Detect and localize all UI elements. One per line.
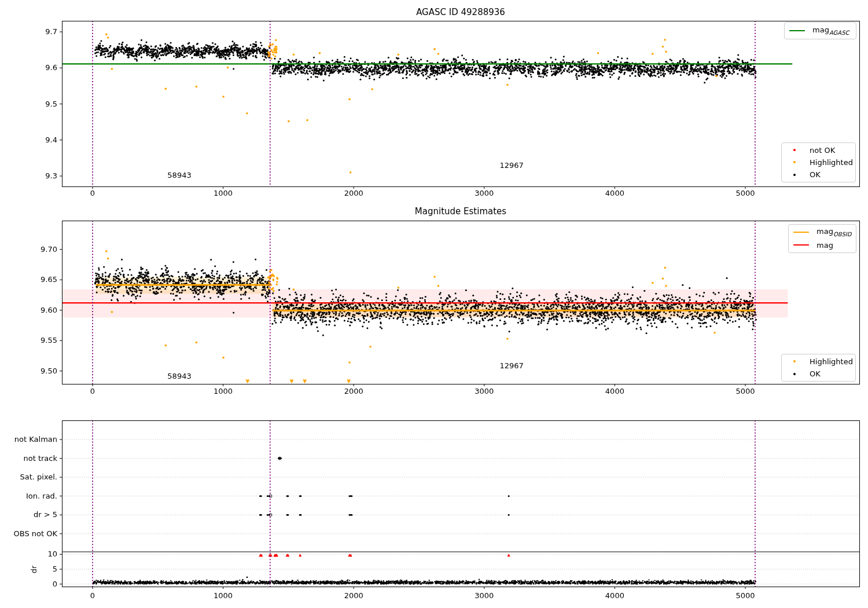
y-tick-label: 9.3 xyxy=(20,171,57,180)
top-plot-title: AGASC ID 49288936 xyxy=(416,7,505,17)
dr-axis-label: dr xyxy=(30,566,38,574)
legend-label-not-ok: not OK xyxy=(810,146,835,155)
legend-label-mag-obsid: magOBSID xyxy=(816,227,851,237)
legend-row-highlighted-2: Highlighted xyxy=(786,356,851,367)
legend-row-mag: mag xyxy=(793,240,851,251)
red-dot-swatch xyxy=(786,149,802,151)
legend-row-mag-obsid: magOBSID xyxy=(793,226,851,238)
black-dot-swatch xyxy=(786,373,802,375)
x-tick-label: 2000 xyxy=(344,591,363,600)
x-tick-label: 2000 xyxy=(344,189,363,197)
legend-label-highlighted: Highlighted xyxy=(810,158,853,167)
x-tick-label: 0 xyxy=(90,387,95,395)
y-tick-label: 9.70 xyxy=(20,245,57,254)
x-tick-label: 3000 xyxy=(475,189,494,197)
y-tick-label: 9.6 xyxy=(20,63,57,72)
obsid-annotation: 58943 xyxy=(167,372,191,380)
legend-row-not-ok: not OK xyxy=(786,145,851,155)
dr-tick-label: 0 xyxy=(20,580,57,588)
legend-label-highlighted-2: Highlighted xyxy=(810,357,853,366)
x-tick-label: 3000 xyxy=(475,387,494,395)
x-tick-label: 1000 xyxy=(214,189,233,197)
flag-category-label: not Kalman xyxy=(0,435,57,444)
green-line-swatch xyxy=(789,30,805,31)
x-tick-label: 2000 xyxy=(344,387,363,395)
x-tick-label: 4000 xyxy=(605,189,624,197)
legend-status-top: not OK Highlighted OK xyxy=(781,142,856,182)
dr-tick-label: 5 xyxy=(20,565,57,573)
obsid-annotation: 12967 xyxy=(499,361,523,370)
x-tick-label: 5000 xyxy=(735,387,755,395)
orange-line-swatch xyxy=(793,232,809,233)
orange-dot-swatch xyxy=(786,360,802,362)
legend-label-ok: OK xyxy=(810,170,821,179)
dr-tick-label: 10 xyxy=(20,550,57,558)
y-tick-label: 9.55 xyxy=(20,336,57,345)
flag-category-label: dr > 5 xyxy=(0,510,57,519)
legend-row-ok-2: OK xyxy=(786,369,851,380)
x-tick-label: 5000 xyxy=(735,189,755,197)
x-tick-label: 1000 xyxy=(214,591,233,600)
y-tick-label: 9.60 xyxy=(20,306,57,314)
x-tick-label: 5000 xyxy=(735,591,755,600)
legend-row-ok: OK xyxy=(786,170,851,180)
x-tick-label: 0 xyxy=(90,189,95,197)
x-tick-label: 1000 xyxy=(214,387,233,395)
flag-category-label: not track xyxy=(0,454,57,463)
figure: AGASC ID 49288936 Magnitude Estimates ma… xyxy=(0,0,868,608)
x-tick-label: 4000 xyxy=(605,591,624,600)
flag-category-label: OBS not OK xyxy=(0,529,57,538)
y-tick-label: 9.5 xyxy=(20,100,57,108)
y-tick-label: 9.7 xyxy=(20,27,57,36)
orange-dot-swatch xyxy=(786,161,802,163)
red-line-swatch xyxy=(793,244,809,246)
legend-label-ok-2: OK xyxy=(810,369,821,378)
legend-mag-agasc: magAGASC xyxy=(784,22,856,39)
obsid-annotation: 12967 xyxy=(499,161,523,170)
black-dot-swatch xyxy=(786,174,802,176)
y-tick-label: 9.50 xyxy=(20,367,57,375)
plot-canvas xyxy=(0,0,868,608)
x-tick-label: 3000 xyxy=(475,591,494,600)
legend-status-middle: Highlighted OK xyxy=(781,354,856,382)
legend-label-mag-agasc: magAGASC xyxy=(812,25,849,36)
y-tick-label: 9.4 xyxy=(20,135,57,144)
flag-category-label: Ion. rad. xyxy=(0,492,57,500)
x-tick-label: 4000 xyxy=(605,387,624,395)
y-tick-label: 9.65 xyxy=(20,275,57,284)
middle-plot-title: Magnitude Estimates xyxy=(415,206,506,217)
legend-mag-obsid: magOBSID mag xyxy=(788,224,856,253)
flag-category-label: Sat. pixel. xyxy=(0,473,57,481)
legend-row-mag-agasc: magAGASC xyxy=(789,25,851,36)
x-tick-label: 0 xyxy=(90,591,95,600)
obsid-annotation: 58943 xyxy=(167,171,191,180)
legend-row-highlighted: Highlighted xyxy=(786,157,851,167)
legend-label-mag: mag xyxy=(816,241,833,250)
